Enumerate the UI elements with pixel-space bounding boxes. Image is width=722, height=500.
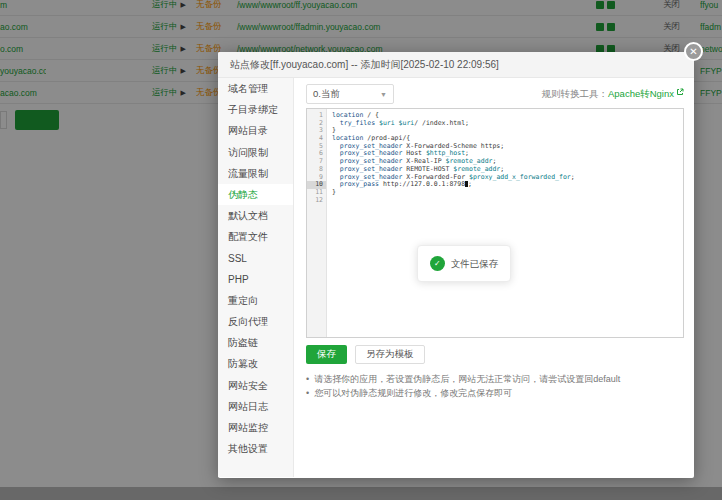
save-as-template-button[interactable]: 另存为模板 bbox=[355, 345, 425, 364]
editor-line-numbers: 123456789101112 bbox=[307, 109, 327, 337]
modal-title: 站点修改[ff.youyacao.com] -- 添加时间[2025-02-10… bbox=[218, 52, 694, 78]
site-settings-modal: ✕ 站点修改[ff.youyacao.com] -- 添加时间[2025-02-… bbox=[218, 52, 694, 478]
code-line bbox=[332, 197, 683, 205]
close-icon[interactable]: ✕ bbox=[684, 42, 703, 61]
text-cursor bbox=[465, 181, 468, 187]
note-item: 请选择你的应用，若设置伪静态后，网站无法正常访问，请尝试设置回default bbox=[306, 372, 684, 386]
toast-text: 文件已保存 bbox=[451, 260, 499, 268]
sidebar-item[interactable]: 网站监控 bbox=[218, 417, 293, 438]
sidebar-item[interactable]: 伪静态 bbox=[218, 184, 293, 205]
help-notes: 请选择你的应用，若设置伪静态后，网站无法正常访问，请尝试设置回default 您… bbox=[306, 372, 684, 400]
sidebar-item[interactable]: SSL bbox=[218, 248, 293, 269]
code-line: try_files $uri $uri/ /index.html; bbox=[332, 120, 683, 128]
sidebar-item[interactable]: PHP bbox=[218, 269, 293, 290]
sidebar-item[interactable]: 默认文档 bbox=[218, 205, 293, 226]
sidebar-item[interactable]: 配置文件 bbox=[218, 226, 293, 247]
sidebar-item[interactable]: 访问限制 bbox=[218, 142, 293, 163]
file-saved-toast: ✓ 文件已保存 bbox=[417, 245, 511, 282]
sidebar-item[interactable]: 反向代理 bbox=[218, 311, 293, 332]
save-button[interactable]: 保存 bbox=[306, 345, 347, 364]
note-item: 您可以对伪静态规则进行修改，修改完点保存即可 bbox=[306, 386, 684, 400]
line-number: 12 bbox=[307, 197, 323, 205]
check-icon: ✓ bbox=[430, 256, 445, 271]
rewrite-template-select[interactable]: 0.当前 ▼ bbox=[306, 84, 394, 104]
sidebar-item[interactable]: 流量限制 bbox=[218, 163, 293, 184]
rewrite-template-value: 0.当前 bbox=[313, 88, 340, 101]
sidebar-item[interactable]: 重定向 bbox=[218, 290, 293, 311]
external-link-icon bbox=[676, 87, 684, 98]
sidebar-item[interactable]: 域名管理 bbox=[218, 78, 293, 99]
sidebar-item[interactable]: 其他设置 bbox=[218, 438, 293, 459]
convert-tool-label: 规则转换工具： bbox=[541, 88, 608, 99]
rewrite-code-editor[interactable]: 123456789101112 location / { try_files $… bbox=[306, 108, 684, 338]
sidebar-item[interactable]: 防盗链 bbox=[218, 332, 293, 353]
pseudo-static-panel: 0.当前 ▼ 规则转换工具：Apache转Nginx 1234567891011… bbox=[294, 78, 694, 477]
apache-to-nginx-link[interactable]: Apache转Nginx bbox=[608, 88, 674, 99]
sidebar-item[interactable]: 网站目录 bbox=[218, 120, 293, 141]
editor-code: location / { try_files $uri $uri/ /index… bbox=[327, 109, 683, 337]
chevron-down-icon: ▼ bbox=[380, 91, 387, 98]
sidebar-item[interactable]: 防篡改 bbox=[218, 353, 293, 374]
settings-sidebar: 域名管理子目录绑定网站目录访问限制流量限制伪静态默认文档配置文件SSLPHP重定… bbox=[218, 78, 294, 477]
code-line: proxy_pass http://127.0.0.1:8798; bbox=[332, 181, 683, 189]
code-line: } bbox=[332, 189, 683, 197]
sidebar-item[interactable]: 网站安全 bbox=[218, 375, 293, 396]
sidebar-item[interactable]: 子目录绑定 bbox=[218, 99, 293, 120]
sidebar-item[interactable]: 网站日志 bbox=[218, 396, 293, 417]
